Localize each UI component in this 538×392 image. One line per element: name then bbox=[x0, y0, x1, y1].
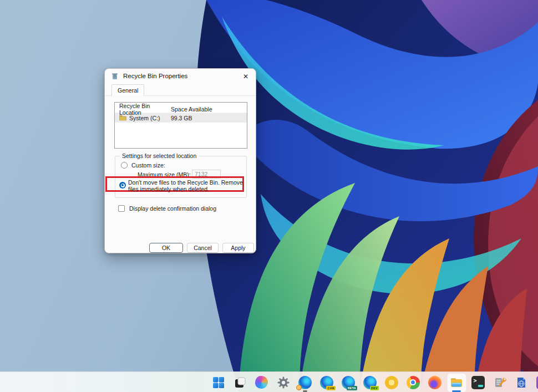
location-cell: System (C:) bbox=[129, 115, 160, 121]
task-view-icon bbox=[234, 376, 247, 389]
dev-badge: DEV bbox=[370, 386, 379, 390]
beta-badge: BETA bbox=[347, 386, 357, 390]
display-confirmation-checkbox[interactable] bbox=[118, 205, 125, 212]
edge-canary-button[interactable]: CAN bbox=[319, 375, 333, 389]
edge-dev-button[interactable]: DEV bbox=[363, 375, 377, 389]
edge-profile-badge bbox=[296, 385, 302, 390]
column-header-space: Space Available bbox=[171, 106, 247, 113]
location-row-system-c[interactable]: System (C:) 99.3 GB bbox=[115, 113, 247, 123]
windows-logo-icon bbox=[212, 376, 225, 389]
taskbar: CAN BETA DEV bbox=[0, 371, 538, 392]
settings-button[interactable] bbox=[276, 375, 290, 389]
taskbar-icons: CAN BETA DEV bbox=[211, 372, 538, 392]
space-cell: 99.3 GB bbox=[171, 115, 247, 121]
edge-button[interactable] bbox=[298, 375, 312, 389]
close-button[interactable]: ✕ bbox=[241, 72, 251, 81]
chrome-canary-icon bbox=[385, 376, 398, 389]
apply-button[interactable]: Apply bbox=[222, 243, 254, 253]
custom-size-radio[interactable] bbox=[121, 162, 128, 169]
terminal-button[interactable]: > bbox=[471, 375, 485, 389]
bloom-artwork bbox=[0, 0, 538, 392]
purple-app-button[interactable] bbox=[536, 375, 538, 389]
firefox-button[interactable] bbox=[428, 375, 441, 389]
custom-size-label: Custom size: bbox=[131, 162, 165, 169]
recycle-bin-icon bbox=[111, 72, 119, 80]
file-explorer-button[interactable] bbox=[449, 375, 463, 389]
gear-icon bbox=[277, 376, 290, 389]
copilot-icon bbox=[255, 376, 268, 389]
task-view-button[interactable] bbox=[233, 375, 247, 389]
location-list: Recycle Bin Location Space Available Sys… bbox=[114, 102, 247, 149]
dont-move-radio[interactable] bbox=[119, 182, 126, 189]
dev-tools-button[interactable] bbox=[493, 375, 506, 389]
dev-tools-icon bbox=[493, 376, 506, 389]
copilot-button[interactable] bbox=[255, 375, 268, 389]
cancel-button[interactable]: Cancel bbox=[187, 243, 219, 253]
terminal-icon: > bbox=[471, 376, 485, 389]
chrome-button[interactable] bbox=[406, 375, 420, 389]
chrome-icon bbox=[407, 376, 420, 389]
red-highlight-box: Don't move files to the Recycle Bin. Rem… bbox=[105, 176, 244, 192]
dont-move-label: Don't move files to the Recycle Bin. Rem… bbox=[128, 180, 247, 192]
dialog-titlebar[interactable]: Recycle Bin Properties ✕ bbox=[105, 69, 256, 83]
column-header-location: Recycle Bin Location bbox=[119, 103, 171, 116]
recycle-bin-properties-dialog: Recycle Bin Properties ✕ General Recycle… bbox=[104, 68, 256, 253]
desktop-wallpaper bbox=[0, 0, 538, 392]
file-explorer-icon bbox=[450, 376, 463, 389]
purple-app-icon bbox=[536, 376, 538, 389]
tab-general[interactable]: General bbox=[111, 84, 144, 96]
web-document-icon bbox=[515, 376, 528, 389]
canary-badge: CAN bbox=[326, 386, 336, 390]
dialog-title: Recycle Bin Properties bbox=[123, 73, 187, 79]
display-confirmation-label: Display delete confirmation dialog bbox=[129, 205, 216, 212]
start-button[interactable] bbox=[211, 375, 225, 389]
web-document-button[interactable] bbox=[514, 375, 528, 389]
groupbox-legend: Settings for selected location bbox=[120, 152, 199, 159]
location-list-header: Recycle Bin Location Space Available bbox=[115, 103, 247, 113]
folder-icon bbox=[119, 115, 126, 121]
chrome-canary-button[interactable] bbox=[384, 375, 398, 389]
edge-beta-button[interactable]: BETA bbox=[341, 375, 355, 389]
ok-button[interactable]: OK bbox=[149, 243, 183, 253]
firefox-icon bbox=[428, 376, 441, 389]
